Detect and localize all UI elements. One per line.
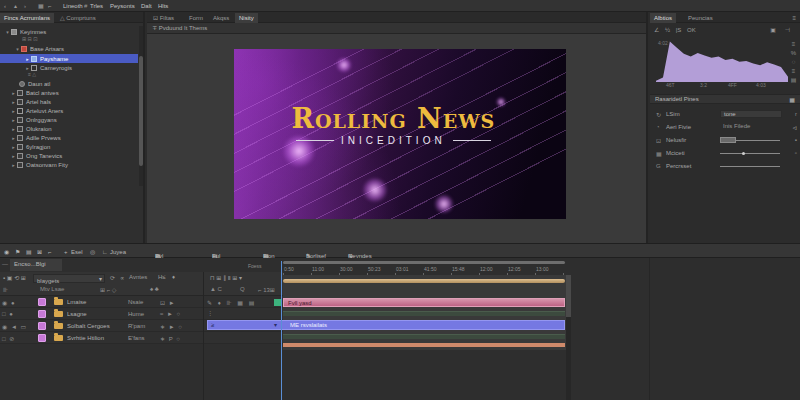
refresh-icon[interactable]: ⟳: [110, 274, 115, 281]
flag-icon[interactable]: ⚑: [15, 248, 20, 256]
expander-icon[interactable]: ▾: [14, 46, 21, 52]
cursor-icon[interactable]: ▴: [14, 2, 17, 10]
grid-icon[interactable]: ▤: [789, 76, 798, 85]
tree-item[interactable]: Daun atl: [0, 79, 138, 88]
tree-item[interactable]: ▸Batcl antves: [0, 88, 138, 97]
esel-button[interactable]: Esel: [71, 248, 83, 256]
expander-icon[interactable]: ▸: [10, 90, 17, 96]
header-icons[interactable]: ⊓ ⊞ ∥ Ⅱ ⊞ ▾: [210, 274, 242, 281]
slider-knob[interactable]: [742, 152, 745, 155]
layer-av-switches[interactable]: ◉ ●: [2, 299, 34, 306]
tree-item[interactable]: ▸6ylragjon: [0, 142, 138, 151]
layer-switches[interactable]: ∗ ► ○: [160, 323, 183, 330]
tab-akqss[interactable]: Akqss: [209, 13, 233, 23]
project-scrollbar[interactable]: [139, 26, 143, 186]
scrollbar-thumb[interactable]: [139, 56, 143, 166]
panel-icon[interactable]: ▤: [26, 248, 32, 256]
tree-item[interactable]: ▸Oatsonvam Fity: [0, 160, 138, 169]
layer-color-swatch[interactable]: [38, 334, 46, 342]
expander-icon[interactable]: ▸: [10, 126, 17, 132]
menu-item[interactable]: Peysonts: [110, 2, 135, 10]
layer-name[interactable]: Lmaise: [67, 299, 125, 305]
work-area-bar[interactable]: [283, 279, 565, 283]
tree-item[interactable]: ▸Artel hals: [0, 97, 138, 106]
expander-icon[interactable]: ▸: [10, 162, 17, 168]
layer-mode[interactable]: R'pam: [128, 323, 156, 329]
link-icon[interactable]: |S: [676, 27, 682, 33]
layer-color-swatch[interactable]: [38, 310, 46, 318]
composition-preview[interactable]: Rolling News INICEDITION: [234, 49, 566, 219]
expander-icon[interactable]: ▸: [24, 65, 31, 71]
target-icon[interactable]: ◉: [4, 248, 9, 256]
frame-icon[interactable]: ▣: [770, 26, 776, 33]
plus-icon[interactable]: +: [64, 248, 68, 256]
layer-av-switches[interactable]: □ ●: [2, 311, 34, 317]
layer-color-swatch[interactable]: [38, 298, 46, 306]
tree-item[interactable]: ▸Cameyrogis: [0, 63, 138, 72]
expander-icon[interactable]: ▸: [10, 144, 17, 150]
property-value[interactable]: Inis Filede: [720, 123, 782, 131]
playhead[interactable]: [281, 261, 282, 400]
layer-av-switches[interactable]: ◉ ◄ ▭: [2, 323, 34, 330]
bar-caret[interactable]: ▾: [274, 321, 277, 330]
layer-switches[interactable]: ⊡ ►: [160, 299, 176, 306]
tree-item[interactable]: ▸Ong Tanevics: [0, 151, 138, 160]
layer-av-switches[interactable]: □ ⊘: [2, 335, 34, 342]
layer-mode[interactable]: Hume: [128, 311, 156, 317]
tab-albtios[interactable]: Albtios: [650, 13, 676, 23]
layer-name[interactable]: Lsagne: [67, 311, 125, 317]
expander-icon[interactable]: ▾: [4, 29, 11, 35]
menu-item[interactable]: Dalt: [141, 2, 152, 10]
panel-menu-icon[interactable]: ≡: [788, 13, 800, 23]
angle-icon[interactable]: ∠: [654, 27, 659, 33]
expander-icon[interactable]: ▸: [10, 117, 17, 123]
circle-icon[interactable]: ◌: [789, 58, 798, 67]
track-bar-selected[interactable]: ≥ ▾ ME rsvslailats: [207, 320, 565, 330]
expander-icon[interactable]: ▸: [24, 56, 31, 62]
menu-item[interactable]: Trles: [90, 2, 103, 10]
tab-nisity[interactable]: Nisity: [235, 13, 258, 23]
layer-row[interactable]: □ ● Lsagne Hume ≈ ► ○: [0, 308, 283, 320]
tab-filtas[interactable]: ⊡ Filtas: [149, 13, 178, 23]
property-slider[interactable]: [720, 140, 780, 141]
bar-in-handle[interactable]: ≥: [211, 321, 214, 330]
track-bar-salmon[interactable]: [283, 343, 565, 347]
track-bar-pink[interactable]: Fvll yasd: [283, 298, 565, 307]
expander-icon[interactable]: ▸: [10, 108, 17, 114]
pin-icon[interactable]: ♦: [172, 274, 175, 280]
expander-icon[interactable]: ▸: [10, 99, 17, 105]
layer-mode[interactable]: Nsaie: [128, 299, 156, 305]
close-box-icon[interactable]: ⊠: [37, 248, 42, 256]
track-bar-green[interactable]: [283, 311, 565, 316]
back-icon[interactable]: ‹: [4, 2, 6, 10]
property-slider[interactable]: [720, 153, 780, 154]
tree-item[interactable]: ▾Keyinmes: [0, 27, 138, 36]
scrollbar-thumb[interactable]: [566, 275, 571, 317]
layer-row[interactable]: □ ⊘ Svrhtie Htilion E'fans ∗ P ○: [0, 332, 283, 344]
timeline-h-scrollbar[interactable]: [283, 261, 565, 264]
section-grid-icon[interactable]: ▦: [789, 96, 795, 105]
tab-form[interactable]: Form: [185, 13, 207, 23]
menu-icon[interactable]: ≡: [789, 67, 798, 76]
header-icons[interactable]: ▪ ▣ ⟲ ⊞: [3, 274, 26, 281]
tree-item[interactable]: ▸Onlrggyans: [0, 115, 138, 124]
hand-tool-icon[interactable]: ▦: [38, 2, 44, 10]
percent-icon[interactable]: %: [789, 49, 798, 58]
expander-icon[interactable]: ▸: [10, 135, 17, 141]
list-icon[interactable]: ≡: [789, 40, 798, 49]
layer-color-swatch[interactable]: [38, 322, 46, 330]
timeline-comp-tab[interactable]: Encso...Blgi: [10, 259, 62, 271]
crop-icon[interactable]: ⌐: [48, 248, 52, 256]
tree-item[interactable]: ▸Arteluvt Aners: [0, 106, 138, 115]
tree-item[interactable]: ▾Base Artsars: [0, 44, 138, 53]
tree-item[interactable]: ▸Olukraion: [0, 124, 138, 133]
property-dropdown[interactable]: tone: [720, 110, 782, 118]
layer-mode[interactable]: E'fans: [128, 335, 156, 341]
timeline-v-scrollbar[interactable]: [566, 275, 571, 400]
hq-toggle[interactable]: H≤: [158, 274, 166, 280]
ratio-icon[interactable]: ½: [665, 27, 670, 33]
juyea-button[interactable]: Juyea: [110, 248, 126, 256]
layer-extra-icons[interactable]: ✎ ♦ ⊪ ▦ ▤: [207, 299, 256, 306]
forward-icon[interactable]: ›: [24, 2, 26, 10]
property-slider[interactable]: [720, 166, 780, 167]
